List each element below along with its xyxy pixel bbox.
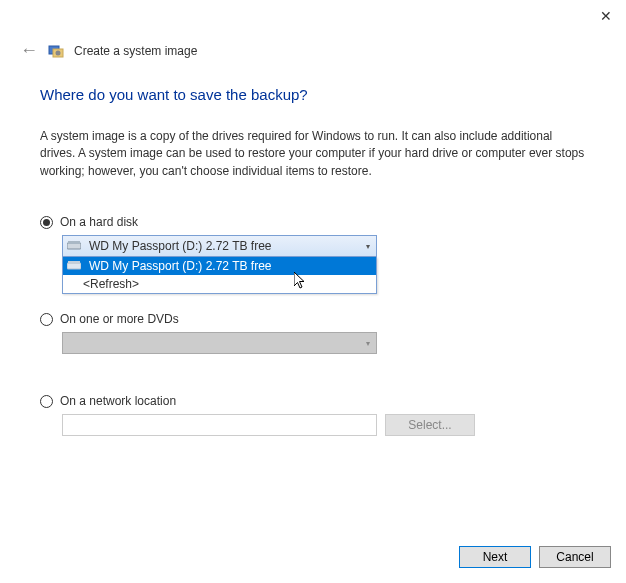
hard-disk-combo-container: WD My Passport (D:) 2.72 TB free ▾ WD My… (62, 235, 377, 257)
cancel-button[interactable]: Cancel (539, 546, 611, 568)
window-title: Create a system image (74, 44, 197, 58)
dropdown-item-drive-text: WD My Passport (D:) 2.72 TB free (87, 259, 272, 273)
svg-point-2 (56, 50, 61, 55)
description-text: A system image is a copy of the drives r… (40, 128, 586, 180)
dvd-option: On one or more DVDs ▾ (40, 312, 586, 354)
hard-disk-option: On a hard disk WD My Passport (D:) 2.72 … (40, 215, 586, 257)
chevron-down-icon: ▾ (364, 339, 372, 348)
network-input-row: Select... (62, 414, 586, 436)
drive-icon (67, 241, 81, 251)
dropdown-item-drive[interactable]: WD My Passport (D:) 2.72 TB free (63, 257, 376, 275)
svg-rect-6 (68, 261, 80, 264)
page-heading: Where do you want to save the backup? (40, 86, 586, 103)
hard-disk-combo-text: WD My Passport (D:) 2.72 TB free (87, 239, 364, 253)
network-radio-row[interactable]: On a network location (40, 394, 586, 408)
dvd-radio[interactable] (40, 313, 53, 326)
dropdown-item-refresh[interactable]: <Refresh> (63, 275, 376, 293)
hard-disk-radio[interactable] (40, 216, 53, 229)
back-arrow-icon[interactable]: ← (20, 40, 38, 61)
hard-disk-combo[interactable]: WD My Passport (D:) 2.72 TB free ▾ (62, 235, 377, 257)
svg-rect-4 (68, 241, 80, 244)
network-label: On a network location (60, 394, 176, 408)
chevron-down-icon: ▾ (364, 242, 372, 251)
dvd-combo: ▾ (62, 332, 377, 354)
content-area: Where do you want to save the backup? A … (0, 61, 626, 436)
network-radio[interactable] (40, 395, 53, 408)
dvd-label: On one or more DVDs (60, 312, 179, 326)
system-image-wizard: ✕ ← Create a system image Where do you w… (0, 0, 626, 583)
hard-disk-label: On a hard disk (60, 215, 138, 229)
close-button[interactable]: ✕ (600, 8, 612, 24)
hard-disk-dropdown: WD My Passport (D:) 2.72 TB free <Refres… (62, 257, 377, 294)
drive-icon (67, 261, 81, 271)
dropdown-item-refresh-text: <Refresh> (83, 277, 139, 291)
network-path-input[interactable] (62, 414, 377, 436)
network-option: On a network location Select... (40, 394, 586, 436)
select-button: Select... (385, 414, 475, 436)
window-header: ← Create a system image (0, 0, 626, 61)
next-button[interactable]: Next (459, 546, 531, 568)
system-image-icon (48, 43, 64, 59)
dvd-radio-row[interactable]: On one or more DVDs (40, 312, 586, 326)
hard-disk-radio-row[interactable]: On a hard disk (40, 215, 586, 229)
footer-buttons: Next Cancel (459, 546, 611, 568)
